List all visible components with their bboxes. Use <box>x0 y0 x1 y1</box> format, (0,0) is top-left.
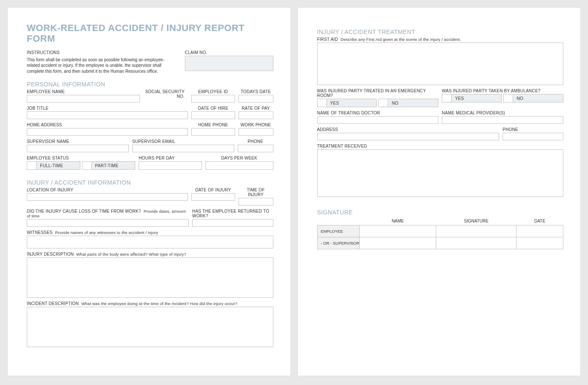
supervisor-email-label: SUPERVISOR EMAIL <box>132 139 234 144</box>
location-label: LOCATION OF INJURY <box>27 188 188 192</box>
rate-of-pay-input[interactable] <box>239 111 273 119</box>
employee-status-label: EMPLOYEE STATUS <box>27 156 135 160</box>
provider-label: NAME MEDICAL PROVIDER(S) <box>442 111 563 115</box>
supervisor-name-label: SUPERVISOR NAME <box>27 139 129 144</box>
provider-input[interactable] <box>442 116 563 124</box>
section-injury-info-title: INJURY / ACCIDENT INFORMATION <box>27 179 273 186</box>
location-input[interactable] <box>27 193 188 201</box>
amb-no-label: NO <box>513 96 527 101</box>
days-per-week-label: DAYS PER WEEK <box>205 156 273 160</box>
section-signature-title: SIGNATURE <box>317 209 564 216</box>
date-of-injury-input[interactable] <box>191 193 235 201</box>
full-time-label: FULL-TIME <box>37 163 66 168</box>
treatment-received-input[interactable] <box>317 149 564 197</box>
sig-name-header: NAME <box>360 217 436 225</box>
page-title: WORK-RELATED ACCIDENT / INJURY REPORT FO… <box>27 23 273 44</box>
treatment-phone-label: PHONE <box>503 127 563 132</box>
incident-desc-label: INCIDENT DESCRIPTION What was the employ… <box>27 301 273 306</box>
treatment-address-input[interactable] <box>317 133 500 140</box>
employee-name-input[interactable] <box>27 95 140 103</box>
date-of-hire-label: DATE OF HIRE <box>191 106 235 111</box>
amb-no-option[interactable]: NO <box>503 94 563 103</box>
full-time-option[interactable]: FULL-TIME <box>27 161 80 170</box>
hours-per-day-input[interactable] <box>139 161 202 170</box>
sig-row-supervisor: - OR - SUPERVISOR <box>317 237 563 249</box>
job-title-label: JOB TITLE <box>27 106 188 111</box>
er-no-option[interactable]: NO <box>378 99 438 107</box>
date-of-injury-label: DATE OF INJURY <box>191 188 235 192</box>
amb-yes-checkbox[interactable] <box>442 94 452 102</box>
witnesses-input[interactable] <box>27 236 273 248</box>
er-no-checkbox[interactable] <box>379 99 388 107</box>
todays-date-label: TODAYS DATE <box>239 89 273 94</box>
claim-no-label: CLAIM NO. <box>185 50 273 55</box>
form-page-2: INJURY / ACCIDENT TREATMENT FIRST AID De… <box>298 8 581 376</box>
amb-no-checkbox[interactable] <box>504 94 513 102</box>
section-treatment-title: INJURY / ACCIDENT TREATMENT <box>317 29 564 35</box>
loss-of-time-label: DID THE INJURY CAUSE LOSS OF TIME FROM W… <box>27 209 189 218</box>
employee-id-label: EMPLOYEE ID <box>191 89 235 94</box>
sig-employee-name-input[interactable] <box>360 225 436 237</box>
home-address-label: HOME ADDRESS <box>27 123 188 127</box>
sig-supervisor-label: - OR - SUPERVISOR <box>317 237 360 249</box>
returned-label: HAS THE EMPLOYEE RETURNED TO WORK? <box>192 209 273 218</box>
witnesses-label: WITNESSES Provide names of any witnesses… <box>27 230 273 235</box>
sig-supervisor-date-input[interactable] <box>517 237 563 249</box>
sig-employee-signature-input[interactable] <box>436 225 516 237</box>
employee-name-label: EMPLOYEE NAME <box>27 89 140 94</box>
sig-date-header: DATE <box>517 217 563 225</box>
injury-desc-label: INJURY DESCRIPTION What parts of the bod… <box>27 252 273 257</box>
sig-employee-label: EMPLOYEE <box>317 225 360 237</box>
treatment-received-label: TREATMENT RECEIVED <box>317 144 564 148</box>
time-of-injury-input[interactable] <box>239 198 273 205</box>
rate-of-pay-label: RATE OF PAY <box>239 106 273 111</box>
doctor-label: NAME OF TREATING DOCTOR <box>317 111 439 115</box>
part-time-checkbox[interactable] <box>82 162 92 169</box>
section-personal-title: PERSONAL INFORMATION <box>27 81 273 88</box>
amb-yes-option[interactable]: YES <box>442 94 502 103</box>
loss-of-time-input[interactable] <box>27 219 189 227</box>
er-yes-checkbox[interactable] <box>318 99 327 107</box>
sig-signature-header: SIGNATURE <box>436 217 516 225</box>
er-no-label: NO <box>388 101 402 106</box>
job-title-input[interactable] <box>27 111 188 119</box>
home-phone-label: HOME PHONE <box>191 123 235 127</box>
first-aid-label: FIRST AID Describe any First Aid given a… <box>317 37 564 42</box>
hours-per-day-label: HOURS PER DAY <box>139 156 202 160</box>
incident-desc-input[interactable] <box>27 307 273 347</box>
sig-supervisor-name-input[interactable] <box>360 237 436 249</box>
form-page-1: WORK-RELATED ACCIDENT / INJURY REPORT FO… <box>8 8 290 376</box>
injury-desc-input[interactable] <box>27 257 273 298</box>
todays-date-input[interactable] <box>239 95 273 103</box>
treatment-phone-input[interactable] <box>503 133 563 140</box>
sig-supervisor-signature-input[interactable] <box>436 237 516 249</box>
er-yes-option[interactable]: YES <box>317 99 377 107</box>
claim-no-input[interactable] <box>185 56 273 71</box>
home-address-input[interactable] <box>27 128 188 136</box>
part-time-option[interactable]: PART-TIME <box>82 161 136 170</box>
full-time-checkbox[interactable] <box>27 162 37 169</box>
work-phone-input[interactable] <box>239 128 273 136</box>
first-aid-input[interactable] <box>317 43 564 85</box>
treatment-address-label: ADDRESS <box>317 127 500 132</box>
instructions-text: This form shall be completed as soon as … <box>27 57 176 74</box>
er-yes-label: YES <box>327 101 343 106</box>
home-phone-input[interactable] <box>191 128 235 136</box>
instructions-label: INSTRUCTIONS <box>27 50 176 55</box>
date-of-hire-input[interactable] <box>191 111 235 119</box>
supervisor-name-input[interactable] <box>27 145 129 152</box>
supervisor-phone-input[interactable] <box>238 145 273 152</box>
signature-table: NAME SIGNATURE DATE EMPLOYEE - OR - SUPE… <box>317 217 564 249</box>
supervisor-email-input[interactable] <box>132 145 234 152</box>
days-per-week-input[interactable] <box>205 161 273 170</box>
employee-id-input[interactable] <box>191 95 235 103</box>
er-question-label: WAS INJURED PARTY TREATED IN AN EMERGENC… <box>317 88 439 98</box>
time-of-injury-label: TIME OF INJURY <box>239 188 273 197</box>
sig-employee-date-input[interactable] <box>517 225 563 237</box>
sig-row-employee: EMPLOYEE <box>317 225 563 237</box>
amb-question-label: WAS INJURED PARTY TAKEN BY AMBULANCE? <box>442 88 563 93</box>
returned-input[interactable] <box>192 219 273 227</box>
doctor-input[interactable] <box>317 116 439 124</box>
ssn-label: SOCIAL SECURITY NO. <box>140 89 188 99</box>
amb-yes-label: YES <box>452 96 467 101</box>
